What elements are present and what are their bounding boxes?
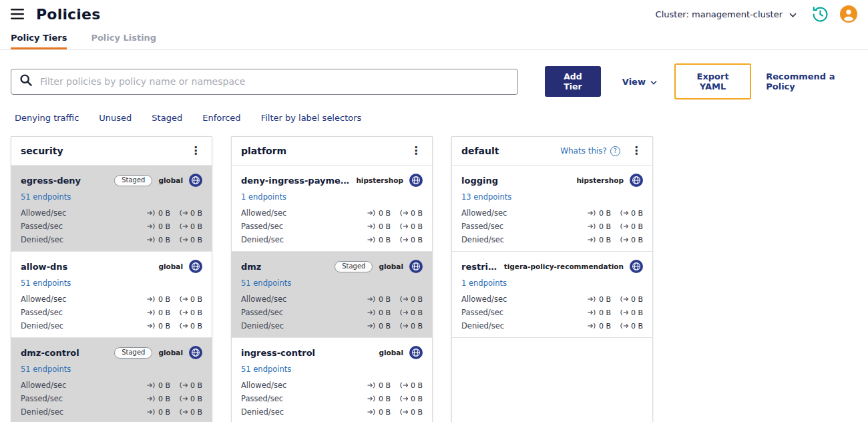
avatar[interactable] [840,5,857,23]
tab-policy-listing[interactable]: Policy Listing [91,28,156,49]
cluster-selector[interactable]: Cluster: management-cluster [656,9,797,19]
egress-value: 0 B [411,222,423,231]
policy-scope-label: global [379,262,403,270]
metric-values: 0 B0 B [588,236,643,244]
egress-value: 0 B [190,408,202,417]
ingress-arrow-icon [147,382,156,389]
endpoints-link[interactable]: 51 endpoints [21,192,71,202]
egress-rate: 0 B [179,209,202,218]
ingress-value: 0 B [158,395,170,403]
policy-meta: Stagedglobal [114,346,202,359]
egress-rate: 0 B [399,209,423,218]
ingress-arrow-icon [588,296,596,302]
filter-staged[interactable]: Staged [152,113,182,123]
metric-label: Denied/sec [461,235,504,244]
endpoints-link[interactable]: 51 endpoints [21,278,71,288]
globe-icon [189,260,202,273]
view-dropdown[interactable]: View [622,77,657,87]
policy-card[interactable]: egress-denyStagedglobal51 endpointsAllow… [11,166,212,252]
add-tier-button[interactable]: Add Tier [545,66,601,97]
ingress-value: 0 B [158,408,170,417]
ingress-arrow-icon [147,395,156,402]
metric-row: Denied/sec0 B0 B [21,405,202,419]
egress-rate: 0 B [399,322,423,331]
policy-card[interactable]: dmzStagedglobal51 endpointsAllowed/sec0 … [232,252,432,338]
endpoints-link[interactable]: 51 endpoints [241,365,291,374]
policy-card-header: restrictedtigera-policy-recommendation [461,260,643,273]
egress-arrow-icon [620,236,628,243]
metric-label: Allowed/sec [241,381,286,390]
metric-row: Passed/sec0 B0 B [241,392,423,405]
policy-card[interactable]: deny-ingress-paymentservi...hipstershop1… [232,166,432,252]
ingress-arrow-icon [147,236,156,243]
view-dropdown-label: View [622,77,646,87]
filter-label-selectors[interactable]: Filter by label selectors [261,113,362,123]
egress-rate: 0 B [179,308,202,317]
endpoints-link[interactable]: 1 endpoints [461,278,507,288]
filter-unused[interactable]: Unused [99,113,132,123]
filter-enforced[interactable]: Enforced [202,113,240,123]
egress-rate: 0 B [399,308,423,317]
endpoints-link[interactable]: 51 endpoints [21,365,71,374]
ingress-rate: 0 B [147,308,170,317]
metric-values: 0 B0 B [147,395,202,403]
ingress-value: 0 B [379,308,391,317]
metric-row: Denied/sec0 B0 B [241,319,423,333]
policy-filter-input[interactable] [39,75,509,87]
policy-meta: Stagedglobal [335,260,423,273]
metric-row: Denied/sec0 B0 B [241,233,423,246]
policy-name: allow-dns [21,262,153,272]
policy-card[interactable]: allow-dnsglobal51 endpointsAllowed/sec0 … [11,252,212,338]
filter-denying-traffic[interactable]: Denying traffic [15,113,79,123]
egress-rate: 0 B [179,408,202,417]
policy-card[interactable]: logginghipstershop13 endpointsAllowed/se… [452,166,652,252]
recommend-policy-link[interactable]: Recommend a Policy [766,71,857,91]
metric-values: 0 B0 B [147,209,202,218]
tier-actions-menu-icon[interactable]: ⋮ [628,144,644,158]
policy-card[interactable]: ingress-controlglobal51 endpointsAllowed… [232,338,432,422]
tier-panel-default: defaultWhats this??⋮logginghipstershop13… [451,136,653,422]
metric-row: Passed/sec0 B0 B [21,220,202,233]
globe-icon [409,346,423,359]
policy-scope-label: hipstershop [356,176,403,184]
staged-badge: Staged [114,347,152,359]
egress-value: 0 B [411,395,423,403]
tier-panel-security: security⋮egress-denyStagedglobal51 endpo… [11,136,212,422]
globe-icon [630,260,643,273]
egress-arrow-icon [399,395,408,402]
metric-row: Denied/sec0 B0 B [21,233,202,246]
egress-rate: 0 B [399,381,423,390]
tabs-bar: Policy Tiers Policy Listing [0,28,868,50]
endpoints-link[interactable]: 1 endpoints [241,192,286,202]
search-box [11,69,518,95]
ingress-value: 0 B [158,236,170,244]
ingress-rate: 0 B [147,209,170,218]
policy-card[interactable]: restrictedtigera-policy-recommendation1 … [452,252,652,338]
metric-label: Denied/sec [461,321,504,331]
history-icon[interactable] [811,5,829,23]
egress-arrow-icon [620,223,628,230]
policy-name: restricted [461,262,499,272]
egress-arrow-icon [620,309,628,316]
hamburger-menu-icon[interactable] [11,8,25,20]
metric-values: 0 B0 B [147,322,202,331]
tab-policy-tiers[interactable]: Policy Tiers [11,28,67,49]
endpoints-link[interactable]: 13 endpoints [461,192,511,202]
ingress-rate: 0 B [367,308,391,317]
ingress-rate: 0 B [367,236,391,244]
metric-values: 0 B0 B [367,308,423,317]
whats-this-link[interactable]: Whats this?? [560,146,620,156]
ingress-rate: 0 B [147,395,170,403]
egress-value: 0 B [631,295,643,304]
staged-badge: Staged [114,175,152,186]
ingress-arrow-icon [367,236,376,243]
tier-actions-menu-icon[interactable]: ⋮ [408,144,424,158]
endpoints-link[interactable]: 51 endpoints [241,278,291,288]
policy-card[interactable]: dmz-controlStagedglobal51 endpointsAllow… [11,338,212,422]
ingress-arrow-icon [147,409,156,415]
policy-name: dmz-control [21,348,109,358]
tier-actions-menu-icon[interactable]: ⋮ [188,144,204,158]
ingress-value: 0 B [379,395,391,403]
export-yaml-button[interactable]: Export YAML [674,63,751,99]
egress-value: 0 B [190,308,202,317]
